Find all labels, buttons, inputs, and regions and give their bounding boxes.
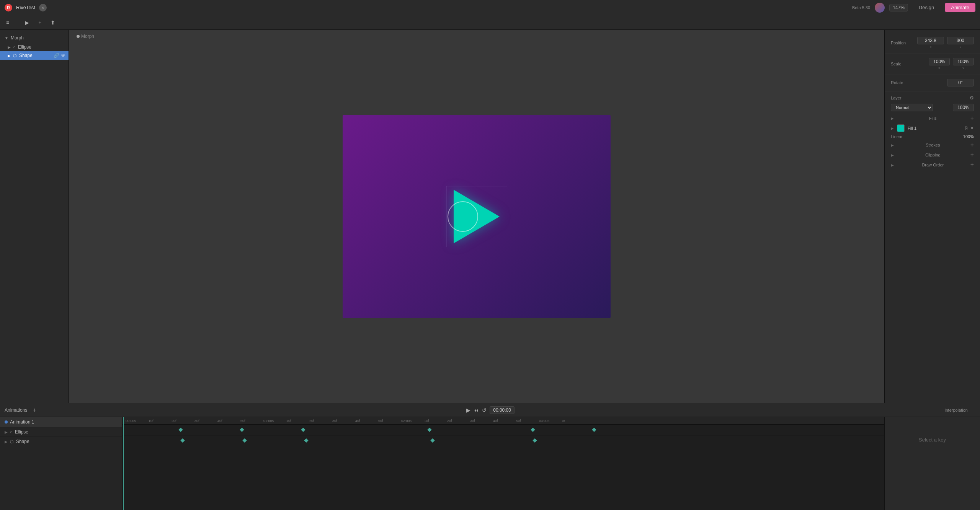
shape-track-label: Shape bbox=[16, 439, 29, 444]
fill-item-row: ▶ Fill 1 ⎘ ✕ bbox=[885, 123, 980, 134]
track-list: Animation 1 ▶ ○ Ellipse ▶ ⬡ Shape bbox=[0, 417, 122, 510]
fill-delete-icon[interactable]: ✕ bbox=[970, 125, 974, 131]
animation-1-item[interactable]: Animation 1 bbox=[0, 417, 122, 427]
layer-mode-select[interactable]: Normal Multiply Screen bbox=[891, 104, 933, 111]
animation-dot bbox=[5, 420, 8, 424]
rotate-input[interactable] bbox=[947, 79, 974, 86]
fill-name: Fill 1 bbox=[908, 126, 962, 130]
chevron-icon: ▼ bbox=[5, 36, 8, 40]
export-icon[interactable]: ⬆ bbox=[49, 18, 57, 27]
layer-row: Normal Multiply Screen bbox=[885, 102, 980, 113]
add-clipping-button[interactable]: + bbox=[970, 152, 974, 158]
timeline-body: Animation 1 ▶ ○ Ellipse ▶ ⬡ Shape 00:00s… bbox=[0, 417, 980, 510]
scale-x-label: X bbox=[929, 66, 950, 70]
add-icon[interactable]: + bbox=[37, 18, 43, 27]
draw-order-label: Draw Order bbox=[922, 163, 944, 167]
layer-section: ▼ Morph ▶ ○ Ellipse ▶ ⬡ Shape 🔗 👁 bbox=[0, 30, 69, 63]
keyframe-s4[interactable] bbox=[430, 438, 434, 442]
time-ruler: 00:00s 10f 20f 30f 40f 50f 01:00s 10f 20… bbox=[122, 417, 884, 425]
ellipse-track-icon: ○ bbox=[10, 430, 13, 434]
keyframe-s1[interactable] bbox=[180, 438, 185, 442]
play-button[interactable]: ▶ bbox=[466, 407, 470, 413]
position-x-input[interactable] bbox=[917, 37, 944, 44]
keyframe-e1[interactable] bbox=[178, 427, 183, 432]
select-key-label: Select a key bbox=[919, 437, 946, 443]
y-label: Y bbox=[947, 45, 974, 49]
title-bar-left: R RiveTest × bbox=[5, 4, 47, 11]
fill-color-swatch[interactable] bbox=[897, 124, 905, 132]
zoom-control[interactable]: 147% bbox=[889, 4, 908, 11]
keyframe-s2[interactable] bbox=[242, 438, 247, 442]
fills-expand-icon: ▶ bbox=[891, 116, 894, 121]
interpolation-label: Interpolation bbox=[944, 408, 975, 412]
canvas-area[interactable]: Morph bbox=[69, 30, 884, 403]
rotate-label: Rotate bbox=[891, 80, 914, 85]
fill-copy-icon[interactable]: ⎘ bbox=[965, 125, 968, 131]
morph-section-header: ▼ Morph bbox=[0, 33, 69, 43]
add-draw-order-button[interactable]: + bbox=[970, 162, 974, 168]
scale-x-input[interactable] bbox=[929, 58, 950, 65]
animate-button[interactable]: Animate bbox=[945, 3, 975, 12]
keyframe-e6[interactable] bbox=[592, 427, 596, 432]
loop-button[interactable]: ↺ bbox=[482, 407, 487, 413]
shape-expand: ▶ bbox=[5, 440, 8, 444]
ellipse-label: Ellipse bbox=[18, 44, 31, 50]
add-fill-button[interactable]: + bbox=[970, 115, 974, 121]
close-button[interactable]: × bbox=[39, 4, 47, 11]
draw-order-expand-icon: ▶ bbox=[891, 163, 894, 167]
clipping-expand-icon: ▶ bbox=[891, 153, 894, 157]
ruler-250f: 50f bbox=[516, 419, 539, 423]
scale-values: X Y bbox=[929, 58, 974, 70]
ruler-130f: 30f bbox=[332, 419, 355, 423]
add-animation-button[interactable]: + bbox=[33, 407, 36, 414]
step-back-button[interactable]: ⏮ bbox=[474, 407, 479, 413]
ruler-230f: 30f bbox=[470, 419, 493, 423]
right-panel-bottom: Select a key bbox=[884, 417, 980, 510]
rotate-group: Rotate bbox=[885, 77, 980, 91]
shape-track-item[interactable]: ▶ ⬡ Shape bbox=[0, 437, 122, 446]
shape-track-icon: ⬡ bbox=[10, 439, 14, 444]
position-y-input[interactable] bbox=[947, 37, 974, 44]
keyframe-e5[interactable] bbox=[531, 427, 535, 432]
scale-row: Scale X Y bbox=[891, 58, 974, 70]
title-bar: R RiveTest × Beta 5.30 147% Design Anima… bbox=[0, 0, 980, 15]
time-display[interactable]: 00:00:00 bbox=[490, 406, 514, 414]
position-group: Position X Y bbox=[885, 34, 980, 54]
clipping-label: Clipping bbox=[925, 153, 941, 157]
fills-section-title: ▶ Fills + bbox=[885, 113, 980, 123]
ellipse-track-item[interactable]: ▶ ○ Ellipse bbox=[0, 427, 122, 437]
keyframe-e2[interactable] bbox=[240, 427, 244, 432]
design-button[interactable]: Design bbox=[913, 3, 940, 12]
keyframe-s5[interactable] bbox=[532, 438, 537, 442]
add-stroke-button[interactable]: + bbox=[970, 142, 974, 148]
ellipse-icon: ○ bbox=[13, 45, 16, 49]
menu-icon[interactable]: ≡ bbox=[5, 18, 11, 27]
layer-settings-icon[interactable]: ⚙ bbox=[970, 95, 974, 101]
shape-link-icon[interactable]: 🔗 bbox=[54, 53, 59, 58]
layer-opacity-input[interactable] bbox=[953, 104, 974, 111]
shape-icon: ⬡ bbox=[13, 53, 17, 58]
layer-section-title: Layer ⚙ bbox=[885, 93, 980, 102]
keyframe-e4[interactable] bbox=[427, 427, 431, 432]
ruler-150f: 50f bbox=[378, 419, 401, 423]
app-logo: R bbox=[5, 4, 12, 11]
timeline-tracks[interactable]: 00:00s 10f 20f 30f 40f 50f 01:00s 10f 20… bbox=[122, 417, 884, 510]
strokes-section-title: ▶ Strokes + bbox=[885, 140, 980, 150]
ruler-110f: 10f bbox=[286, 419, 309, 423]
keyframe-e3[interactable] bbox=[301, 427, 305, 432]
title-bar-right: Beta 5.30 147% Design Animate bbox=[852, 3, 975, 13]
fills-label: Fills bbox=[929, 116, 937, 121]
main-layout: ▼ Morph ▶ ○ Ellipse ▶ ⬡ Shape 🔗 👁 Mo bbox=[0, 30, 980, 403]
shape-tree-item[interactable]: ▶ ⬡ Shape 🔗 👁 bbox=[0, 51, 69, 60]
scale-y-input[interactable] bbox=[953, 58, 974, 65]
position-row: Position X Y bbox=[891, 37, 974, 49]
ruler-marks: 00:00s 10f 20f 30f 40f 50f 01:00s 10f 20… bbox=[126, 419, 585, 423]
scale-x-group: X bbox=[929, 58, 950, 70]
ruler-220f: 20f bbox=[447, 419, 470, 423]
ruler-50f: 50f bbox=[240, 419, 263, 423]
play-icon[interactable]: ▶ bbox=[23, 18, 31, 27]
shape-eye-icon[interactable]: 👁 bbox=[61, 53, 65, 58]
ellipse-tree-item[interactable]: ▶ ○ Ellipse bbox=[0, 43, 69, 51]
ruler-40f: 40f bbox=[217, 419, 240, 423]
keyframe-s3[interactable] bbox=[304, 438, 308, 442]
